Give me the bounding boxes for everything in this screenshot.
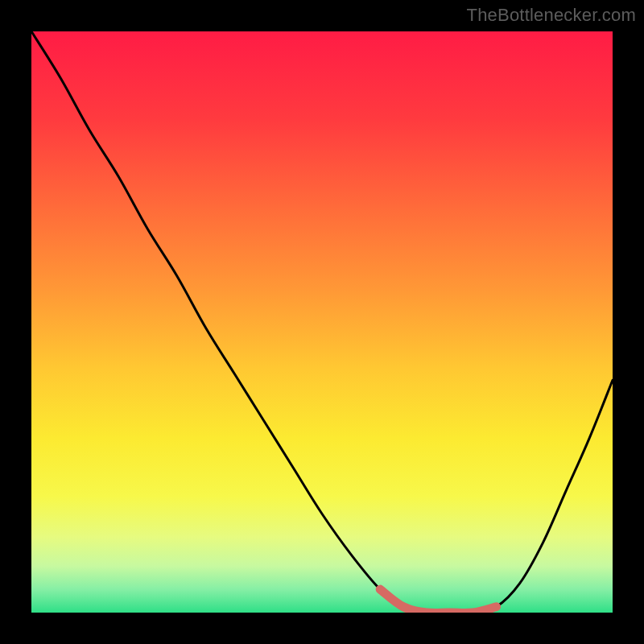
plot-area	[31, 31, 613, 613]
chart-container: TheBottleneсker.com	[0, 0, 644, 644]
chart-svg	[31, 31, 613, 613]
chart-background	[31, 31, 613, 613]
watermark-text: TheBottleneсker.com	[467, 5, 636, 26]
